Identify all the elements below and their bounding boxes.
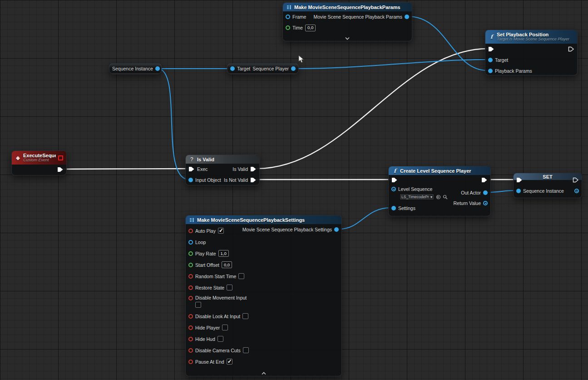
node-make-playback-params[interactable]: Make MovieSceneSequencePlaybackParams Fr… <box>282 2 412 41</box>
sequence-instance-output-pin[interactable] <box>155 66 160 71</box>
exec-input-pin[interactable] <box>488 46 494 52</box>
node-header-is-valid[interactable]: ? Is Valid <box>186 155 259 164</box>
exec-output-pin[interactable] <box>481 177 488 183</box>
node-subtitle: Custom Event <box>23 158 56 163</box>
disable-camera-cuts-pin[interactable] <box>188 348 193 353</box>
wire-data-outactor-to-set[interactable] <box>488 190 515 192</box>
node-set-playback-position[interactable]: f Set Playback Position Target is Movie … <box>485 30 578 75</box>
settings-input-pin[interactable] <box>391 206 396 210</box>
time-input-pin[interactable] <box>286 25 290 30</box>
disable-look-at-input-label: Disable Look At Input <box>195 314 240 319</box>
exec-input-pin[interactable] <box>188 166 195 172</box>
is-not-valid-exec-output-pin[interactable] <box>250 177 257 183</box>
hide-player-pin[interactable] <box>188 325 193 330</box>
loop-pin[interactable] <box>188 240 193 245</box>
node-header-set-playback-position[interactable]: f Set Playback Position Target is Movie … <box>485 30 577 44</box>
sequence-instance-input-pin[interactable] <box>516 189 521 193</box>
hide-hud-checkbox[interactable] <box>217 336 223 342</box>
playback-params-input-pin[interactable] <box>488 69 493 73</box>
blueprint-graph-canvas[interactable]: Make MovieSceneSequencePlaybackParams Fr… <box>0 0 588 380</box>
node-is-valid[interactable]: ? Is Valid Exec Is Valid Input Object <box>185 155 260 185</box>
play-rate-input[interactable]: 1,0 <box>218 250 229 257</box>
time-value-input[interactable]: 0,0 <box>305 25 316 31</box>
auto-play-pin[interactable] <box>188 229 193 233</box>
browse-asset-icon[interactable] <box>443 195 448 200</box>
wire-data-settings-to-createlsp[interactable] <box>339 208 390 229</box>
sequence-instance-output-pin[interactable] <box>574 189 579 193</box>
start-offset-input[interactable]: 0,0 <box>222 261 232 268</box>
node-get-sequence-player[interactable]: Target Sequence Player <box>227 63 299 74</box>
node-title: Is Valid <box>197 157 214 162</box>
settings-output-pin[interactable] <box>334 227 339 232</box>
exec-pin-label: Exec <box>197 166 208 172</box>
hide-hud-pin[interactable] <box>188 337 193 341</box>
disable-camera-cuts-label: Disable Camera Cuts <box>195 348 241 353</box>
setting-row-pause-at-end: Pause At End <box>186 356 341 367</box>
node-set-sequence-instance[interactable]: SET Sequence Instance <box>513 173 582 198</box>
node-title: Create Level Sequence Player <box>400 168 471 174</box>
sequence-player-output-pin[interactable] <box>291 66 296 71</box>
level-sequence-pin-label: Level Sequence <box>398 186 432 192</box>
mouse-cursor <box>297 55 305 63</box>
exec-input-pin[interactable] <box>391 177 398 183</box>
disable-look-at-input-checkbox[interactable] <box>242 313 248 319</box>
input-object-pin[interactable] <box>188 178 193 182</box>
node-header-set[interactable]: SET <box>514 173 582 180</box>
disable-camera-cuts-checkbox[interactable] <box>243 347 249 353</box>
exec-output-pin[interactable] <box>573 177 579 183</box>
restore-state-label: Restore State <box>195 285 224 290</box>
node-make-playback-settings[interactable]: Make MovieSceneSequencePlaybackSettings … <box>185 215 342 376</box>
wire-exec-event-to-isvalid[interactable] <box>63 169 188 169</box>
node-header-create-lsp[interactable]: f Create Level Sequence Player <box>389 166 490 175</box>
exec-output-pin[interactable] <box>568 46 574 52</box>
chevron-down-icon[interactable] <box>345 37 350 40</box>
disable-movement-input-pin[interactable] <box>188 296 193 300</box>
node-header-make-playback-settings[interactable]: Make MovieSceneSequencePlaybackSettings <box>186 215 341 224</box>
setting-row-hide-player: Hide Player <box>186 322 341 333</box>
use-selected-asset-icon[interactable] <box>436 195 441 200</box>
event-binding-indicator-icon[interactable] <box>58 155 63 160</box>
node-title: Make MovieSceneSequencePlaybackSettings <box>197 217 305 223</box>
restore-state-pin[interactable] <box>188 285 193 290</box>
disable-movement-input-checkbox[interactable] <box>195 302 201 308</box>
setting-row-restore-state: Restore State <box>186 282 341 293</box>
level-sequence-asset-dropdown[interactable]: LS_TimecodePr ▾ <box>400 194 434 200</box>
auto-play-checkbox[interactable] <box>218 228 224 234</box>
wire-data-seqplayer-to-target[interactable] <box>296 60 487 69</box>
out-actor-output-pin[interactable] <box>483 190 488 195</box>
pause-at-end-checkbox[interactable] <box>227 359 232 365</box>
wire-data-seqinstance-to-inputobject[interactable] <box>158 69 188 180</box>
params-output-pin[interactable] <box>405 15 409 19</box>
node-execute-sequence-event[interactable]: ◈ ExecuteSequence Custom Event <box>11 150 67 175</box>
node-header-make-playback-params[interactable]: Make MovieSceneSequencePlaybackParams <box>283 3 412 11</box>
disable-look-at-input-pin[interactable] <box>188 314 193 319</box>
pause-at-end-pin[interactable] <box>188 360 193 364</box>
node-create-level-sequence-player[interactable]: f Create Level Sequence Player Level Seq… <box>388 166 491 216</box>
restore-state-checkbox[interactable] <box>227 285 232 290</box>
target-pin-label: Target <box>495 57 508 63</box>
make-struct-icon <box>189 218 195 222</box>
random-start-time-checkbox[interactable] <box>238 273 244 279</box>
level-sequence-input-pin[interactable] <box>391 187 396 191</box>
random-start-time-pin[interactable] <box>188 274 193 279</box>
target-input-pin[interactable] <box>230 66 235 71</box>
exec-output-pin[interactable] <box>57 167 64 172</box>
hide-player-checkbox[interactable] <box>222 325 228 330</box>
start-offset-pin[interactable] <box>188 263 193 267</box>
play-rate-pin[interactable] <box>188 251 193 256</box>
playback-params-pin-label: Playback Params <box>495 68 532 74</box>
variable-label: Sequence Instance <box>112 66 153 71</box>
target-input-pin[interactable] <box>488 58 493 62</box>
function-icon: f <box>489 34 494 40</box>
hide-hud-label: Hide Hud <box>195 336 215 342</box>
sequence-player-output-label: Sequence Player <box>252 66 289 71</box>
is-valid-exec-output-pin[interactable] <box>250 166 257 172</box>
is-valid-pin-label: Is Valid <box>232 166 248 172</box>
return-value-output-pin[interactable] <box>483 201 488 205</box>
frame-input-pin[interactable] <box>286 15 290 19</box>
chevron-up-icon[interactable] <box>261 372 267 375</box>
node-header-execute-sequence[interactable]: ◈ ExecuteSequence Custom Event <box>12 151 66 165</box>
asset-name: LS_TimecodePr <box>401 195 429 199</box>
exec-input-pin[interactable] <box>516 177 523 183</box>
node-get-sequence-instance[interactable]: Sequence Instance <box>109 63 162 74</box>
